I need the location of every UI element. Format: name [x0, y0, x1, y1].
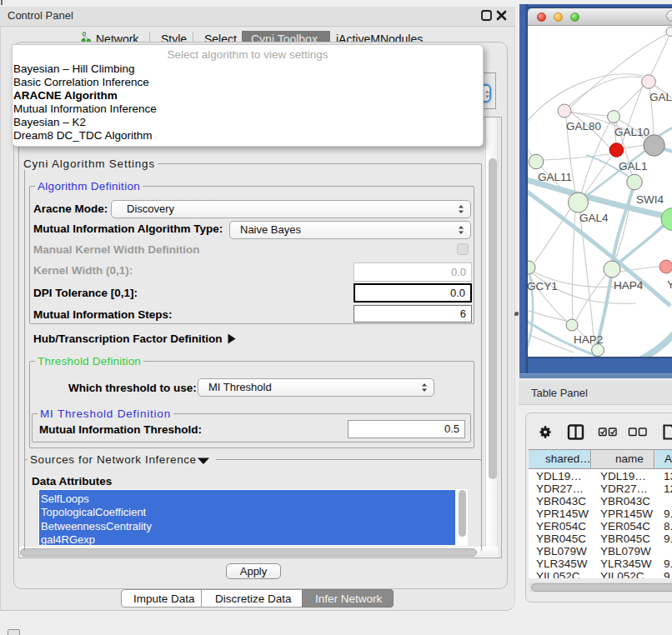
- svg-text:Y: Y: [667, 278, 672, 291]
- svg-text:GAL4: GAL4: [579, 212, 609, 224]
- svg-text:GAL80: GAL80: [566, 120, 601, 132]
- svg-text:HAP4: HAP4: [614, 279, 644, 292]
- svg-text:GCY1: GCY1: [528, 280, 558, 292]
- svg-text:SWI4: SWI4: [636, 193, 664, 206]
- svg-text:GAL1: GAL1: [619, 160, 648, 172]
- svg-text:GAL11: GAL11: [538, 171, 572, 183]
- svg-text:HAP2: HAP2: [574, 333, 603, 346]
- svg-text:GAL7: GAL7: [649, 91, 672, 103]
- svg-text:GAL10: GAL10: [614, 126, 649, 138]
